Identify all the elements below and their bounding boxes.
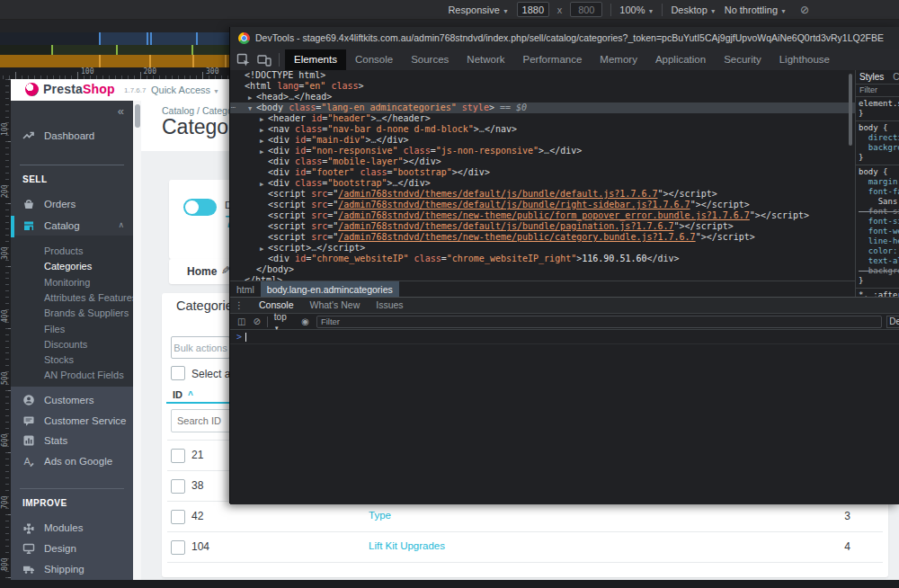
row-checkbox[interactable]: [171, 449, 185, 463]
elements-scrollbar-thumb[interactable]: [849, 74, 852, 146]
zoom-select[interactable]: 100%▼: [619, 4, 654, 15]
tab-network[interactable]: Network: [458, 49, 513, 70]
dom-node[interactable]: </body>: [230, 264, 855, 275]
breadcrumb-item[interactable]: html: [230, 284, 261, 295]
block-icon[interactable]: ⊘: [800, 4, 809, 16]
sidebar-subitem-brands-suppliers[interactable]: Brands & Suppliers: [44, 307, 129, 323]
sidebar-item-orders[interactable]: Orders: [11, 196, 133, 216]
sidebar-item-customer-service[interactable]: Customer Service: [11, 413, 133, 432]
css-rule[interactable]: element.style {}: [856, 97, 899, 121]
dom-node[interactable]: ▶<header id="header">…</header>: [230, 113, 855, 124]
dom-node[interactable]: ▶<div id="non-responsive" class="js-non-…: [230, 146, 855, 156]
execution-context-select[interactable]: top ▼: [274, 312, 294, 332]
dom-node[interactable]: <div id="chrome_websiteIP" class="chrome…: [230, 254, 855, 264]
styles-filter-input[interactable]: Filter: [856, 85, 899, 97]
dom-node[interactable]: <script src="/admin768stndvd/themes/new-…: [230, 210, 855, 221]
dom-node[interactable]: ▶<head>…</head>: [230, 92, 855, 102]
inspect-element-icon[interactable]: [236, 53, 251, 67]
dom-node[interactable]: ▶<script>…</script>: [230, 243, 855, 254]
tab-sources[interactable]: Sources: [402, 49, 458, 70]
dom-node[interactable]: <script src="/admin768stndvd/themes/defa…: [230, 189, 855, 200]
sidebar-subitem-monitoring[interactable]: Monitoring: [44, 277, 129, 292]
dom-node[interactable]: ▶<div id="main-div">…</div>: [230, 135, 855, 146]
dom-node[interactable]: <script src="/admin768stndvd/themes/defa…: [230, 200, 855, 210]
device-type-select[interactable]: Desktop▼: [671, 4, 716, 15]
row-checkbox[interactable]: [171, 479, 185, 494]
tab-computed[interactable]: Computed: [893, 72, 899, 82]
tab-security[interactable]: Security: [715, 49, 770, 70]
dom-node[interactable]: ▶<nav class="nav-bar d-none d-md-block">…: [230, 124, 855, 135]
sidebar-scrollbar[interactable]: [133, 101, 141, 580]
overflow-menu-icon[interactable]: ⋯: [231, 102, 236, 113]
category-name-link[interactable]: Lift Kit Upgrades: [369, 540, 445, 551]
ruler-number: 800: [1, 558, 9, 571]
viewport-height-input[interactable]: 800: [570, 2, 602, 17]
dom-node[interactable]: <script src="/admin768stndvd/themes/new-…: [230, 232, 855, 243]
clear-console-icon[interactable]: ⊘: [253, 316, 260, 326]
console-tab-issues[interactable]: Issues: [368, 298, 411, 313]
console-prompt[interactable]: >: [230, 330, 899, 344]
viewport-width-input[interactable]: 1880: [517, 2, 549, 17]
console-tab-what-s-new[interactable]: What's New: [302, 298, 369, 313]
select-all-checkbox[interactable]: [171, 366, 185, 380]
eye-icon[interactable]: ◉: [301, 316, 309, 326]
styles-panel: Styles Computed Filter element.style {}b…: [855, 70, 899, 297]
sidebar-scrollbar-thumb[interactable]: [135, 104, 140, 128]
tab-application[interactable]: Application: [646, 49, 715, 70]
quick-access-dropdown[interactable]: Quick Access ▼: [151, 85, 219, 95]
css-rule[interactable]: *, :after, :be box-sizing:: [856, 289, 899, 297]
tab-performance[interactable]: Performance: [514, 49, 592, 70]
tab-memory[interactable]: Memory: [591, 49, 646, 70]
console-sidebar-icon[interactable]: ◫: [237, 316, 245, 326]
id-column-header[interactable]: ID^: [173, 389, 193, 400]
sidebar-subitem-files[interactable]: Files: [44, 324, 129, 339]
sidebar-subitem-attributes-features[interactable]: Attributes & Features: [44, 292, 129, 307]
dom-node[interactable]: <div id="footer" class="bootstrap"></div…: [230, 167, 855, 178]
sidebar-subitem-products[interactable]: Products: [44, 245, 129, 261]
sidebar-item-label: Customer Service: [44, 415, 126, 426]
dom-node-selected[interactable]: ⋯▼<body class="lang-en admincategories" …: [230, 102, 855, 113]
css-rule[interactable]: body { margin: font-family: Sans font-si…: [856, 165, 899, 289]
device-mode-select[interactable]: Responsive▼: [448, 4, 508, 15]
sidebar-subitem-discounts[interactable]: Discounts: [44, 339, 129, 354]
home-category-label[interactable]: Home: [187, 265, 217, 278]
sidebar-item-ads-on-google[interactable]: AAds on Google: [11, 453, 133, 473]
tab-elements[interactable]: Elements: [285, 49, 346, 70]
tab-console[interactable]: Console: [346, 49, 402, 70]
console-filter-input[interactable]: Filter: [316, 316, 882, 328]
sidebar-item-customers[interactable]: Customers: [11, 392, 133, 412]
sidebar-subitem-categories[interactable]: Categories: [44, 261, 129, 276]
bulk-actions-button[interactable]: Bulk actions: [171, 336, 230, 359]
sidebar-item-stats[interactable]: Stats: [11, 432, 133, 452]
prestashop-logo[interactable]: PrestaShop: [43, 82, 115, 96]
sidebar-item-modules[interactable]: Modules: [11, 520, 133, 539]
sidebar-item-shipping[interactable]: Shipping: [11, 561, 133, 581]
log-levels-select[interactable]: Default levels: [886, 316, 899, 328]
dom-node[interactable]: <script src="/admin768stndvd/themes/defa…: [230, 221, 855, 232]
css-rule[interactable]: body { direction: background:}: [856, 121, 899, 165]
more-tools-icon[interactable]: ⋮: [235, 300, 244, 310]
sidebar-subitem-an-product-fields[interactable]: AN Product Fields: [44, 370, 129, 385]
breadcrumb-item[interactable]: body.lang-en.admincategories: [261, 281, 399, 298]
toggle-device-toolbar-icon[interactable]: [257, 53, 271, 67]
sidebar-item-dashboard[interactable]: Dashboard: [11, 128, 133, 147]
tab-styles[interactable]: Styles: [859, 72, 884, 82]
throttling-select[interactable]: No throttling▼: [725, 4, 787, 15]
table-row[interactable]: 104Lift Kit Upgrades4: [162, 531, 888, 562]
devtools-titlebar[interactable]: DevTools - stage69.4x4liftkits.com.au/ad…: [230, 27, 899, 50]
tab-lighthouse[interactable]: Lighthouse: [770, 49, 839, 70]
row-checkbox[interactable]: [171, 540, 185, 555]
dom-node[interactable]: <html lang="en" class>: [230, 81, 855, 92]
sidebar-item-design[interactable]: Design: [11, 540, 133, 560]
dom-node[interactable]: <div class="mobile-layer"></div>: [230, 156, 855, 167]
sidebar-collapse-button[interactable]: «: [118, 104, 124, 118]
dom-node[interactable]: <!DOCTYPE html>: [230, 70, 855, 81]
row-checkbox[interactable]: [171, 510, 185, 524]
category-name-link[interactable]: Type: [369, 510, 391, 521]
disabled-categories-toggle[interactable]: [183, 199, 217, 216]
console-tab-console[interactable]: Console: [251, 298, 302, 313]
sidebar-subitem-stocks[interactable]: Stocks: [44, 354, 129, 370]
sidebar-item-catalog[interactable]: Catalog∧: [11, 218, 133, 237]
table-row[interactable]: 42Type3: [162, 501, 888, 531]
dom-node[interactable]: ▶<div class="bootstrap">…</div>: [230, 178, 855, 189]
